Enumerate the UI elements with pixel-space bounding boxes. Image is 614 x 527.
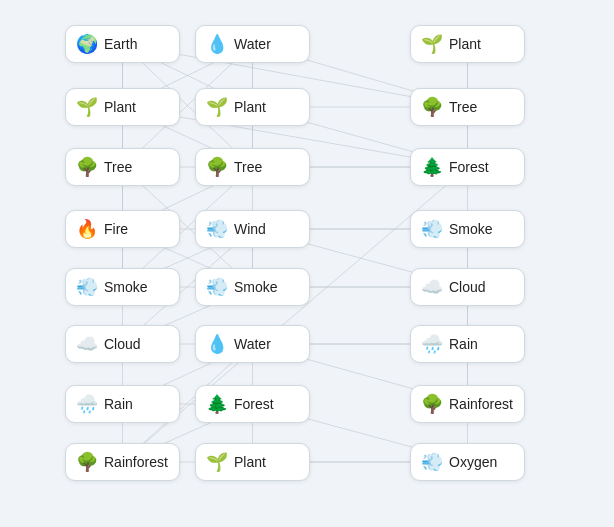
node-earth[interactable]: 🌍Earth bbox=[65, 25, 180, 63]
node-label-water1: Water bbox=[234, 36, 271, 52]
node-water1[interactable]: 💧Water bbox=[195, 25, 310, 63]
canvas: 🌍Earth💧Water🌱Plant🌱Plant🌱Plant🌳Tree🌳Tree… bbox=[0, 0, 614, 527]
node-label-rainforest2: Rainforest bbox=[449, 396, 513, 412]
node-icon-water2: 💧 bbox=[206, 335, 228, 353]
node-label-earth: Earth bbox=[104, 36, 137, 52]
node-smoke3[interactable]: 💨Smoke bbox=[410, 210, 525, 248]
node-forest2[interactable]: 🌲Forest bbox=[410, 148, 525, 186]
node-icon-tree3: 🌳 bbox=[421, 98, 443, 116]
node-oxygen[interactable]: 💨Oxygen bbox=[410, 443, 525, 481]
node-cloud1[interactable]: ☁️Cloud bbox=[65, 325, 180, 363]
node-water2[interactable]: 💧Water bbox=[195, 325, 310, 363]
node-icon-plant4: 🌱 bbox=[206, 453, 228, 471]
node-icon-rainforest1: 🌳 bbox=[76, 453, 98, 471]
node-tree1[interactable]: 🌳Tree bbox=[65, 148, 180, 186]
node-forest1[interactable]: 🌲Forest bbox=[195, 385, 310, 423]
node-icon-smoke2: 💨 bbox=[206, 278, 228, 296]
node-plant4[interactable]: 🌱Plant bbox=[195, 443, 310, 481]
node-icon-forest2: 🌲 bbox=[421, 158, 443, 176]
node-plant2[interactable]: 🌱Plant bbox=[65, 88, 180, 126]
node-icon-rain2: 🌧️ bbox=[421, 335, 443, 353]
node-label-rain2: Rain bbox=[449, 336, 478, 352]
node-icon-fire: 🔥 bbox=[76, 220, 98, 238]
node-label-plant1: Plant bbox=[449, 36, 481, 52]
node-icon-water1: 💧 bbox=[206, 35, 228, 53]
node-tree3[interactable]: 🌳Tree bbox=[410, 88, 525, 126]
node-icon-earth: 🌍 bbox=[76, 35, 98, 53]
node-rain2[interactable]: 🌧️Rain bbox=[410, 325, 525, 363]
node-label-forest1: Forest bbox=[234, 396, 274, 412]
node-icon-rain1: 🌧️ bbox=[76, 395, 98, 413]
node-smoke2[interactable]: 💨Smoke bbox=[195, 268, 310, 306]
node-rainforest2[interactable]: 🌳Rainforest bbox=[410, 385, 525, 423]
node-icon-tree2: 🌳 bbox=[206, 158, 228, 176]
node-icon-cloud1: ☁️ bbox=[76, 335, 98, 353]
node-icon-wind: 💨 bbox=[206, 220, 228, 238]
node-label-cloud2: Cloud bbox=[449, 279, 486, 295]
node-label-forest2: Forest bbox=[449, 159, 489, 175]
node-label-fire: Fire bbox=[104, 221, 128, 237]
node-icon-plant3: 🌱 bbox=[206, 98, 228, 116]
node-label-plant3: Plant bbox=[234, 99, 266, 115]
node-label-smoke3: Smoke bbox=[449, 221, 493, 237]
node-fire[interactable]: 🔥Fire bbox=[65, 210, 180, 248]
node-label-plant2: Plant bbox=[104, 99, 136, 115]
node-icon-plant1: 🌱 bbox=[421, 35, 443, 53]
node-rainforest1[interactable]: 🌳Rainforest bbox=[65, 443, 180, 481]
node-label-tree1: Tree bbox=[104, 159, 132, 175]
node-icon-forest1: 🌲 bbox=[206, 395, 228, 413]
node-rain1[interactable]: 🌧️Rain bbox=[65, 385, 180, 423]
node-icon-smoke3: 💨 bbox=[421, 220, 443, 238]
node-label-rainforest1: Rainforest bbox=[104, 454, 168, 470]
node-icon-tree1: 🌳 bbox=[76, 158, 98, 176]
node-plant3[interactable]: 🌱Plant bbox=[195, 88, 310, 126]
node-label-smoke2: Smoke bbox=[234, 279, 278, 295]
node-label-tree3: Tree bbox=[449, 99, 477, 115]
node-cloud2[interactable]: ☁️Cloud bbox=[410, 268, 525, 306]
node-plant1[interactable]: 🌱Plant bbox=[410, 25, 525, 63]
node-icon-oxygen: 💨 bbox=[421, 453, 443, 471]
node-label-tree2: Tree bbox=[234, 159, 262, 175]
node-icon-cloud2: ☁️ bbox=[421, 278, 443, 296]
node-icon-smoke1: 💨 bbox=[76, 278, 98, 296]
node-label-smoke1: Smoke bbox=[104, 279, 148, 295]
node-tree2[interactable]: 🌳Tree bbox=[195, 148, 310, 186]
node-label-wind: Wind bbox=[234, 221, 266, 237]
node-label-cloud1: Cloud bbox=[104, 336, 141, 352]
node-icon-plant2: 🌱 bbox=[76, 98, 98, 116]
node-label-plant4: Plant bbox=[234, 454, 266, 470]
node-label-oxygen: Oxygen bbox=[449, 454, 497, 470]
node-icon-rainforest2: 🌳 bbox=[421, 395, 443, 413]
node-wind[interactable]: 💨Wind bbox=[195, 210, 310, 248]
node-label-rain1: Rain bbox=[104, 396, 133, 412]
node-label-water2: Water bbox=[234, 336, 271, 352]
node-smoke1[interactable]: 💨Smoke bbox=[65, 268, 180, 306]
